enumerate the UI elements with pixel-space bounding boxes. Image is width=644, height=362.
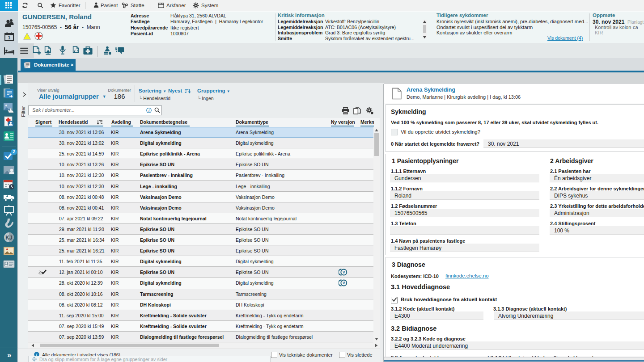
svg-text:1: 1 (8, 35, 11, 40)
svg-text:KJ: KJ (5, 235, 12, 241)
svg-text:i: i (148, 109, 150, 113)
svg-text:V: V (343, 270, 345, 274)
svg-text:V: V (343, 281, 345, 286)
